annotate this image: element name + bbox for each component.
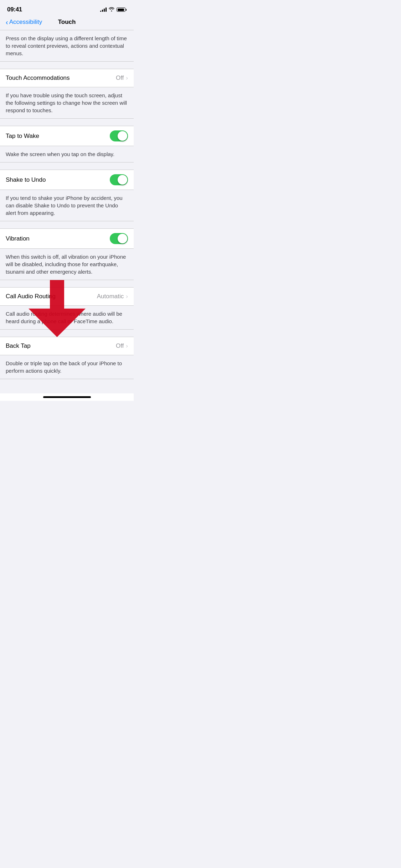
back-chevron-icon: ‹ xyxy=(6,19,8,26)
tap-to-wake-description: Wake the screen when you tap on the disp… xyxy=(0,146,134,162)
status-time: 09:41 xyxy=(7,6,22,13)
touch-accommodations-value: Off › xyxy=(116,74,128,82)
back-tap-chevron-icon: › xyxy=(126,342,128,350)
back-tap-section: Back Tap Off › xyxy=(0,337,134,355)
back-button[interactable]: ‹ Accessibility xyxy=(6,19,42,26)
wifi-icon xyxy=(109,7,114,12)
tap-to-wake-row: Tap to Wake xyxy=(0,126,134,146)
shake-to-undo-label: Shake to Undo xyxy=(6,176,46,184)
top-description: Press on the display using a different l… xyxy=(0,30,134,62)
call-audio-routing-chevron-icon: › xyxy=(126,293,128,300)
touch-accommodations-section: Touch Accommodations Off › xyxy=(0,69,134,87)
tap-to-wake-section: Tap to Wake xyxy=(0,126,134,146)
status-bar: 09:41 xyxy=(0,0,134,16)
back-tap-row[interactable]: Back Tap Off › xyxy=(0,337,134,355)
home-bar xyxy=(43,396,91,398)
section-gap-2 xyxy=(0,119,134,126)
status-icons xyxy=(100,7,127,12)
call-audio-routing-label: Call Audio Routing xyxy=(6,293,56,300)
section-gap-1 xyxy=(0,62,134,69)
back-tap-description: Double or triple tap on the back of your… xyxy=(0,355,134,379)
vibration-toggle[interactable] xyxy=(110,233,128,244)
tap-to-wake-knob xyxy=(118,131,127,141)
touch-accommodations-chevron-icon: › xyxy=(126,74,128,82)
nav-bar: ‹ Accessibility Touch xyxy=(0,16,134,30)
touch-accommodations-row[interactable]: Touch Accommodations Off › xyxy=(0,69,134,87)
section-gap-5 xyxy=(0,280,134,287)
vibration-label: Vibration xyxy=(6,235,30,242)
vibration-row: Vibration xyxy=(0,229,134,248)
back-tap-value: Off › xyxy=(116,342,128,350)
call-audio-routing-description: Call audio routing determines where audi… xyxy=(0,306,134,330)
section-gap-4 xyxy=(0,221,134,228)
home-indicator xyxy=(0,393,134,401)
vibration-section: Vibration xyxy=(0,228,134,249)
back-label: Accessibility xyxy=(9,19,42,26)
touch-accommodations-label: Touch Accommodations xyxy=(6,74,70,82)
call-audio-routing-value: Automatic › xyxy=(97,293,128,300)
shake-to-undo-knob xyxy=(118,175,127,185)
shake-to-undo-row: Shake to Undo xyxy=(0,170,134,190)
call-audio-routing-row[interactable]: Call Audio Routing Automatic › xyxy=(0,288,134,305)
vibration-description: When this switch is off, all vibration o… xyxy=(0,249,134,280)
content-area: Press on the display using a different l… xyxy=(0,30,134,393)
tap-to-wake-label: Tap to Wake xyxy=(6,133,39,140)
vibration-knob xyxy=(118,234,127,243)
shake-to-undo-description: If you tend to shake your iPhone by acci… xyxy=(0,190,134,221)
battery-icon xyxy=(117,7,127,12)
signal-bars-icon xyxy=(100,7,107,12)
touch-accommodations-description: If you have trouble using the touch scre… xyxy=(0,87,134,119)
back-tap-label: Back Tap xyxy=(6,342,31,350)
page-title: Touch xyxy=(58,19,76,26)
section-gap-7 xyxy=(0,379,134,386)
section-gap-8 xyxy=(0,386,134,393)
shake-to-undo-toggle[interactable] xyxy=(110,174,128,185)
tap-to-wake-toggle[interactable] xyxy=(110,130,128,141)
section-gap-6 xyxy=(0,330,134,337)
call-audio-routing-section: Call Audio Routing Automatic › xyxy=(0,287,134,306)
page-wrapper: 09:41 xyxy=(0,0,134,401)
section-gap-3 xyxy=(0,162,134,170)
shake-to-undo-section: Shake to Undo xyxy=(0,170,134,190)
